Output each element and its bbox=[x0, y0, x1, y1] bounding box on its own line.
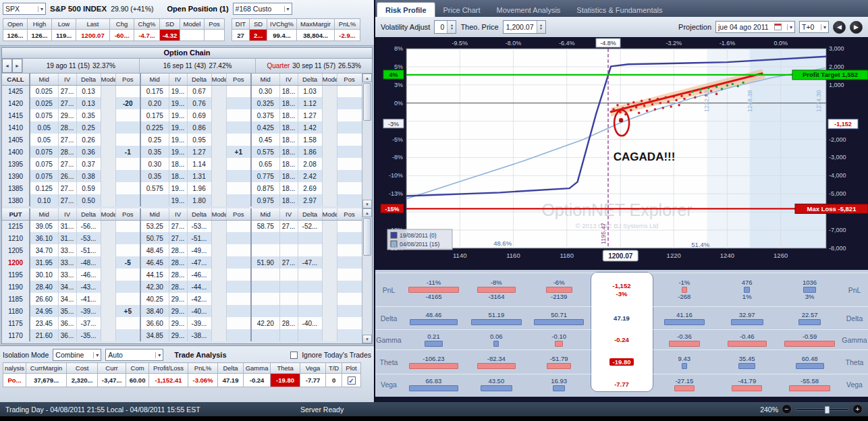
isolation-mode-select[interactable]: Combine ▾ bbox=[53, 349, 101, 361]
strike-cell[interactable]: 1215 bbox=[2, 220, 30, 232]
mid-cell[interactable] bbox=[251, 232, 279, 244]
strike-cell[interactable]: 1190 bbox=[2, 281, 30, 293]
mid-cell[interactable] bbox=[251, 281, 279, 293]
mode-cell[interactable] bbox=[101, 293, 115, 305]
delta-cell[interactable]: 0.69 bbox=[187, 109, 211, 121]
delta-cell[interactable]: -41... bbox=[76, 293, 101, 305]
scroll-thumb[interactable] bbox=[363, 83, 371, 121]
mode-cell[interactable] bbox=[101, 170, 115, 182]
mode-cell[interactable] bbox=[101, 256, 115, 269]
position-select[interactable]: #168 Custo ▾ bbox=[233, 3, 292, 15]
iv-cell[interactable]: 18... bbox=[279, 85, 298, 97]
delta-cell[interactable]: 1.12 bbox=[298, 97, 322, 109]
iv-cell[interactable]: 36... bbox=[58, 329, 76, 341]
delta-cell[interactable] bbox=[298, 305, 322, 317]
delta-cell[interactable]: 2.69 bbox=[298, 182, 322, 194]
mid-cell[interactable]: 0.075 bbox=[30, 109, 58, 121]
mode-cell[interactable] bbox=[322, 97, 337, 109]
mode-cell[interactable] bbox=[101, 97, 115, 109]
iv-cell[interactable]: 27... bbox=[58, 134, 76, 146]
scroll-track[interactable] bbox=[362, 256, 372, 335]
iv-cell[interactable]: 29... bbox=[169, 305, 187, 317]
delta-cell[interactable]: 0.95 bbox=[187, 134, 211, 146]
mode-cell[interactable] bbox=[322, 170, 337, 182]
delta-cell[interactable]: 0.86 bbox=[187, 121, 211, 134]
mode-cell[interactable] bbox=[322, 182, 337, 194]
pos-cell[interactable] bbox=[337, 85, 362, 97]
strike-cell[interactable]: 1385 bbox=[2, 182, 30, 194]
pos-cell[interactable] bbox=[226, 170, 251, 182]
mid-cell[interactable]: 46.45 bbox=[140, 256, 169, 269]
mid-cell[interactable] bbox=[140, 194, 169, 206]
delta-cell[interactable]: 0.35 bbox=[76, 109, 101, 121]
mid-cell[interactable]: 26.60 bbox=[30, 293, 58, 305]
pos-cell[interactable] bbox=[115, 269, 140, 281]
delta-cell[interactable]: 1.86 bbox=[298, 146, 322, 158]
pos-cell[interactable]: +1 bbox=[226, 146, 251, 158]
iv-cell[interactable]: 28... bbox=[169, 256, 187, 269]
zoom-slider[interactable] bbox=[795, 408, 849, 411]
mode-cell[interactable] bbox=[322, 305, 337, 317]
delta-cell[interactable]: 2.08 bbox=[298, 158, 322, 170]
delta-cell[interactable]: -39... bbox=[76, 305, 101, 317]
pos-cell[interactable] bbox=[115, 182, 140, 194]
iv-cell[interactable]: 27... bbox=[58, 85, 76, 97]
plot-cell[interactable]: ✓ bbox=[342, 374, 361, 387]
pos-cell[interactable] bbox=[226, 194, 251, 206]
mid-cell[interactable]: 0.075 bbox=[30, 170, 58, 182]
delta-cell[interactable]: -48... bbox=[76, 256, 101, 269]
mid-cell[interactable]: 0.975 bbox=[251, 194, 279, 206]
mode-cell[interactable] bbox=[101, 232, 115, 244]
pos-cell[interactable] bbox=[337, 317, 362, 329]
mode-cell[interactable] bbox=[211, 97, 226, 109]
delta-cell[interactable]: -39... bbox=[187, 317, 211, 329]
mode-cell[interactable] bbox=[322, 134, 337, 146]
tab-movement-analysis[interactable]: Movement Analysis bbox=[489, 3, 569, 17]
iv-cell[interactable]: 27... bbox=[169, 232, 187, 244]
mode-cell[interactable] bbox=[211, 134, 226, 146]
pos-cell[interactable] bbox=[226, 97, 251, 109]
mid-cell[interactable]: 44.15 bbox=[140, 269, 169, 281]
strike-cell[interactable]: 1400 bbox=[2, 146, 30, 158]
spinner-arrows-icon[interactable]: ▲▼ bbox=[447, 21, 456, 33]
iv-cell[interactable]: 18... bbox=[279, 182, 298, 194]
tab-price-chart[interactable]: Price Chart bbox=[435, 3, 489, 17]
pos-cell[interactable] bbox=[226, 182, 251, 194]
auto-mode-select[interactable]: Auto ▾ bbox=[105, 349, 163, 361]
strike-cell[interactable]: 1420 bbox=[2, 97, 30, 109]
mode-cell[interactable] bbox=[101, 244, 115, 256]
iv-cell[interactable] bbox=[279, 269, 298, 281]
iv-cell[interactable]: 33... bbox=[58, 269, 76, 281]
delta-cell[interactable]: 1.03 bbox=[298, 85, 322, 97]
mode-cell[interactable] bbox=[211, 281, 226, 293]
put-scrollbar[interactable]: ▲ ▼ bbox=[362, 208, 372, 343]
pos-cell[interactable] bbox=[226, 85, 251, 97]
pos-cell[interactable] bbox=[337, 305, 362, 317]
mode-cell[interactable] bbox=[211, 220, 226, 232]
pos-cell[interactable] bbox=[115, 134, 140, 146]
iv-cell[interactable]: 18... bbox=[279, 170, 298, 182]
mid-cell[interactable]: 0.775 bbox=[251, 170, 279, 182]
mode-cell[interactable] bbox=[211, 158, 226, 170]
delta-cell[interactable]: 2.42 bbox=[298, 170, 322, 182]
mid-cell[interactable] bbox=[251, 269, 279, 281]
mid-cell[interactable]: 0.30 bbox=[140, 158, 169, 170]
pos-cell[interactable] bbox=[226, 305, 251, 317]
mid-cell[interactable]: 42.20 bbox=[251, 317, 279, 329]
mid-cell[interactable]: 0.175 bbox=[140, 85, 169, 97]
strike-cell[interactable]: 1405 bbox=[2, 134, 30, 146]
zoom-slider-thumb[interactable] bbox=[825, 406, 830, 414]
strike-cell[interactable]: 1180 bbox=[2, 305, 30, 317]
iv-cell[interactable] bbox=[279, 293, 298, 305]
mid-cell[interactable]: 0.575 bbox=[140, 182, 169, 194]
delta-cell[interactable]: 1.42 bbox=[298, 121, 322, 134]
mid-cell[interactable]: 23.45 bbox=[30, 317, 58, 329]
mode-cell[interactable] bbox=[322, 146, 337, 158]
delta-cell[interactable]: 0.67 bbox=[187, 85, 211, 97]
iv-cell[interactable]: 28... bbox=[169, 244, 187, 256]
mode-cell[interactable] bbox=[211, 170, 226, 182]
iv-cell[interactable]: 18... bbox=[279, 97, 298, 109]
projection-back-button[interactable]: ◀ bbox=[833, 21, 846, 34]
mid-cell[interactable] bbox=[251, 329, 279, 341]
mid-cell[interactable] bbox=[251, 305, 279, 317]
